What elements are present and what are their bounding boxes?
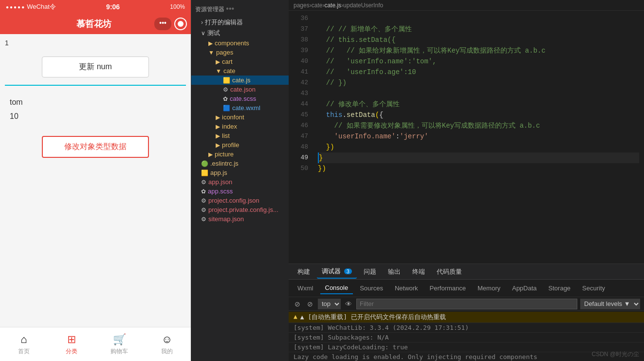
tab-debugger[interactable]: 调试器 3 bbox=[317, 265, 357, 279]
page-number: 1 bbox=[5, 39, 186, 47]
more-button[interactable]: ••• bbox=[154, 18, 171, 30]
app-scss-file[interactable]: ✿ app.scss bbox=[191, 187, 289, 196]
console-line-warning: ▲ ▲ [自动热重载] 已开启代码文件保存后自动热重载 bbox=[289, 312, 644, 323]
scss-file-icon: ✿ bbox=[223, 95, 228, 102]
devtab-sources[interactable]: Sources bbox=[355, 283, 388, 294]
cate-scss-file[interactable]: ✿ cate.scss bbox=[191, 94, 289, 103]
devtab-console[interactable]: Console bbox=[320, 282, 353, 294]
console-levels-select[interactable]: Default levels ▼ bbox=[580, 299, 640, 309]
code-line-41: // 'userInfo.age':10 bbox=[318, 67, 639, 77]
profile-folder[interactable]: ▶ profile bbox=[191, 140, 289, 150]
console-clear-icon[interactable]: ⊘ bbox=[293, 300, 302, 308]
carrier-label: WeChat令 bbox=[27, 2, 56, 11]
cate-folder[interactable]: ▼ cate bbox=[191, 66, 289, 76]
phone-navbar: ⌂ 首页 ⊞ 分类 🛒 购物车 ☺ 我的 bbox=[0, 327, 191, 361]
sitemap-file[interactable]: ⚙ sitemap.json bbox=[191, 214, 289, 224]
folder-icon-profile: ▶ bbox=[216, 142, 220, 149]
code-line-46: // 如果需要修改对象属性，可以将Key写成数据路径的方式 a.b.c bbox=[318, 120, 639, 131]
chevron-down-icon: ∨ bbox=[201, 30, 205, 37]
update-num-button[interactable]: 更新 num bbox=[42, 57, 149, 77]
pages-folder[interactable]: ▼ pages bbox=[191, 48, 289, 57]
nav-profile[interactable]: ☺ 我的 bbox=[143, 327, 191, 361]
phone-status-bar: ●●●●● WeChat令 9:06 100% bbox=[0, 0, 191, 14]
nav-cart[interactable]: 🛒 购物车 bbox=[95, 327, 143, 361]
list-folder[interactable]: ▶ list bbox=[191, 131, 289, 140]
chevron-right-icon: › bbox=[201, 19, 203, 26]
devtab-security[interactable]: Security bbox=[577, 283, 610, 294]
console-line-3: [system] LazyCodeLoading: true bbox=[289, 342, 644, 352]
breadcrumb-func: updateUserInfo bbox=[343, 2, 383, 9]
console-filter-input[interactable] bbox=[356, 299, 577, 309]
cart-folder[interactable]: ▶ cart bbox=[191, 57, 289, 66]
tab-problems[interactable]: 问题 bbox=[359, 266, 381, 278]
tree-menu-icon[interactable]: ••• bbox=[226, 4, 234, 13]
console-toolbar: ⊘ ⊘ top 👁 Default levels ▼ bbox=[289, 297, 644, 311]
tab-output[interactable]: 输出 bbox=[383, 266, 405, 278]
code-line-48: }) bbox=[318, 142, 639, 152]
bottom-panel: 构建 调试器 3 问题 输出 终端 bbox=[289, 264, 644, 361]
tab-codequality[interactable]: 代码质量 bbox=[432, 266, 467, 278]
record-icon bbox=[178, 21, 184, 27]
devtab-memory[interactable]: Memory bbox=[473, 283, 505, 294]
cate-json-file[interactable]: ⚙ cate.json bbox=[191, 85, 289, 94]
console-text-1: [system] WeChatLib: 3.3.4 (2024.2.29 17:… bbox=[294, 324, 469, 331]
eye-icon[interactable]: 👁 bbox=[344, 300, 353, 308]
index-folder[interactable]: ▶ index bbox=[191, 122, 289, 131]
devtab-storage[interactable]: Storage bbox=[544, 283, 576, 294]
code-line-44: // 修改单个、多个属性 bbox=[318, 99, 639, 110]
console-text-3: [system] LazyCodeLoading: true bbox=[294, 343, 408, 351]
console-text-0: ▲ [自动热重载] 已开启代码文件保存后自动热重载 bbox=[300, 313, 446, 322]
editor-breadcrumb: pages › cate › cate.js › updateUserInfo bbox=[289, 0, 644, 11]
console-top-select[interactable]: top bbox=[318, 299, 341, 309]
eslintrc-file[interactable]: 🟢 .eslintrc.js bbox=[191, 159, 289, 168]
nav-category[interactable]: ⊞ 分类 bbox=[48, 327, 95, 361]
appscss-icon: ✿ bbox=[201, 188, 206, 195]
file-tree: 资源管理器 ••• › 打开的编辑器 ∨ 测试 ▶ components ▼ bbox=[191, 0, 289, 361]
devtools-tabs: Wxml Console Sources Network Performance… bbox=[289, 280, 644, 297]
status-time: 9:06 bbox=[106, 3, 120, 11]
modify-object-button[interactable]: 修改对象类型数据 bbox=[42, 136, 149, 158]
project-private-file[interactable]: ⚙ project.private.config.js... bbox=[191, 205, 289, 214]
tab-terminal[interactable]: 终端 bbox=[407, 266, 430, 278]
nav-cart-label: 购物车 bbox=[110, 347, 128, 356]
folder-icon-list: ▶ bbox=[216, 133, 220, 139]
iconfont-folder[interactable]: ▶ iconfont bbox=[191, 113, 289, 122]
code-line-39: // // 如果给对象新增属性，可以将Key写成数据路径的方式 a.b.c bbox=[318, 45, 639, 56]
devtab-appdata[interactable]: AppData bbox=[507, 283, 542, 294]
app-title: 慕哲花坊 bbox=[33, 18, 154, 30]
app-json-file[interactable]: ⚙ app.json bbox=[191, 177, 289, 187]
folder-icon: ▶ bbox=[208, 40, 213, 47]
tab-build[interactable]: 构建 bbox=[293, 266, 315, 278]
breadcrumb-file: cate.js bbox=[324, 2, 341, 9]
code-area[interactable]: 36 37 38 39 40 41 42 43 44 45 46 47 48 4… bbox=[289, 11, 644, 264]
code-line-45: this.setData({ bbox=[318, 110, 639, 120]
debugger-badge: 3 bbox=[344, 268, 352, 274]
record-button[interactable] bbox=[174, 18, 187, 30]
app-js-file[interactable]: 🟨 app.js bbox=[191, 168, 289, 177]
category-icon: ⊞ bbox=[67, 333, 76, 346]
console-block-icon[interactable]: ⊘ bbox=[305, 300, 315, 308]
projconfig-icon: ⚙ bbox=[201, 197, 206, 204]
test-folder[interactable]: ∨ 测试 bbox=[191, 28, 289, 38]
code-line-47: 'userInfo.name':'jerry' bbox=[318, 131, 639, 142]
resource-manager-header[interactable]: 资源管理器 ••• bbox=[191, 2, 289, 16]
projprivate-icon: ⚙ bbox=[201, 207, 206, 213]
components-folder[interactable]: ▶ components bbox=[191, 38, 289, 48]
divider bbox=[5, 85, 186, 86]
ide-body: 资源管理器 ••• › 打开的编辑器 ∨ 测试 ▶ components ▼ bbox=[191, 0, 644, 361]
devtab-network[interactable]: Network bbox=[390, 283, 423, 294]
nav-category-label: 分类 bbox=[66, 347, 77, 356]
console-output-container: ▲ ▲ [自动热重载] 已开启代码文件保存后自动热重载 [system] WeC… bbox=[289, 311, 644, 361]
open-editors-header[interactable]: › 打开的编辑器 bbox=[191, 17, 289, 28]
cate-wxml-file[interactable]: 🟦 cate.wxml bbox=[191, 103, 289, 113]
project-config-file[interactable]: ⚙ project.config.json bbox=[191, 196, 289, 205]
picture-folder[interactable]: ▶ picture bbox=[191, 150, 289, 159]
devtab-wxml[interactable]: Wxml bbox=[293, 283, 318, 294]
nav-home[interactable]: ⌂ 首页 bbox=[0, 327, 48, 361]
console-line-4: Lazy code loading is enabled. Only injec… bbox=[289, 352, 644, 361]
cart-icon: 🛒 bbox=[113, 333, 126, 346]
devtab-performance[interactable]: Performance bbox=[425, 283, 471, 294]
eslint-icon: 🟢 bbox=[201, 160, 208, 167]
wxml-file-icon: 🟦 bbox=[223, 105, 230, 112]
cate-js-file[interactable]: 🟨 cate.js bbox=[191, 76, 289, 85]
